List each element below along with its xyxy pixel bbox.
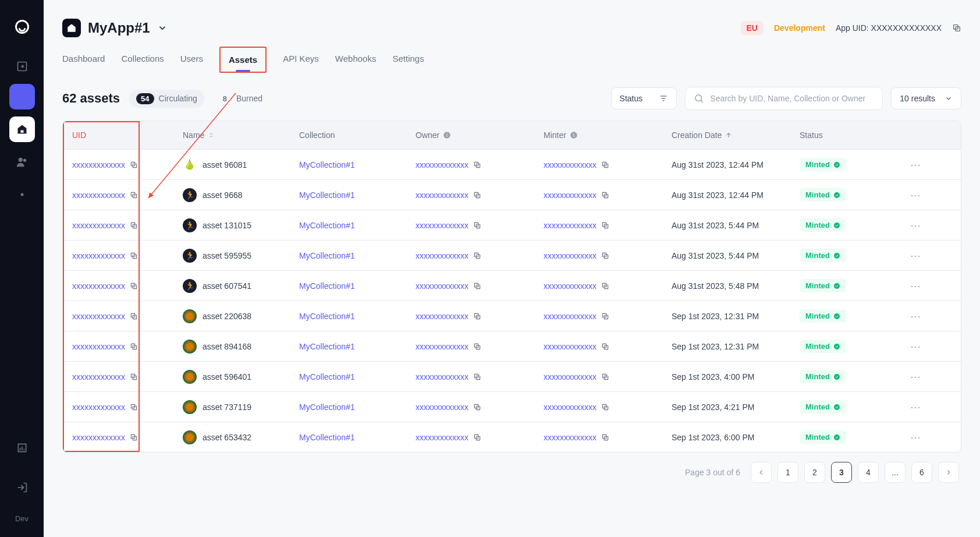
row-actions[interactable]: ⋯ [899,431,933,444]
nav-home-icon[interactable] [9,116,35,142]
chip-burned[interactable]: 8 Burned [211,90,269,108]
name-cell[interactable]: asset 596401 [183,370,299,384]
row-actions[interactable]: ⋯ [899,249,933,262]
tab-users[interactable]: Users [180,47,203,73]
collection-link[interactable]: MyCollection#1 [299,312,416,321]
collection-link[interactable]: MyCollection#1 [299,342,416,351]
page-6[interactable]: 6 [911,462,932,483]
col-creation[interactable]: Creation Date [672,130,800,140]
minter-cell[interactable]: xxxxxxxxxxxxx [544,312,672,321]
uid-cell[interactable]: xxxxxxxxxxxxx [72,221,183,230]
collection-link[interactable]: MyCollection#1 [299,433,416,442]
table-row[interactable]: xxxxxxxxxxxxx🏃asset 607541MyCollection#1… [63,270,961,301]
name-cell[interactable]: 🏃asset 131015 [183,218,299,232]
minter-cell[interactable]: xxxxxxxxxxxxx [544,281,672,291]
col-owner[interactable]: Owner i [416,130,544,140]
col-uid[interactable]: UID [72,130,183,140]
uid-cell[interactable]: xxxxxxxxxxxxx [72,402,183,412]
name-cell[interactable]: 🏃asset 607541 [183,279,299,293]
table-row[interactable]: xxxxxxxxxxxxxasset 737119MyCollection#1x… [63,391,961,422]
nav-logout-icon[interactable] [9,475,35,500]
collection-link[interactable]: MyCollection#1 [299,221,416,230]
results-button[interactable]: 10 results [891,87,961,109]
page-next[interactable] [938,462,959,483]
collection-link[interactable]: MyCollection#1 [299,160,416,169]
page-prev[interactable] [751,462,772,483]
col-collection[interactable]: Collection [299,130,416,140]
table-row[interactable]: xxxxxxxxxxxxxasset 596401MyCollection#1x… [63,361,961,391]
chevron-down-icon[interactable] [157,23,168,33]
minter-cell[interactable]: xxxxxxxxxxxxx [544,190,672,200]
table-row[interactable]: xxxxxxxxxxxxxasset 653432MyCollection#1x… [63,422,961,452]
owner-cell[interactable]: xxxxxxxxxxxxx [416,433,544,442]
collection-link[interactable]: MyCollection#1 [299,190,416,200]
col-status[interactable]: Status [800,130,899,140]
minter-cell[interactable]: xxxxxxxxxxxxx [544,251,672,260]
nav-analytics-icon[interactable] [9,435,35,461]
tab-assets[interactable]: Assets [229,48,257,72]
row-actions[interactable]: ⋯ [899,280,933,292]
table-row[interactable]: xxxxxxxxxxxxxasset 894168MyCollection#1x… [63,331,961,361]
logo-icon[interactable] [9,14,35,40]
table-row[interactable]: xxxxxxxxxxxxx🏃asset 131015MyCollection#1… [63,210,961,240]
owner-cell[interactable]: xxxxxxxxxxxxx [416,251,544,260]
collection-link[interactable]: MyCollection#1 [299,281,416,291]
minter-cell[interactable]: xxxxxxxxxxxxx [544,402,672,412]
row-actions[interactable]: ⋯ [899,219,933,232]
name-cell[interactable]: asset 653432 [183,430,299,444]
minter-cell[interactable]: xxxxxxxxxxxxx [544,342,672,351]
owner-cell[interactable]: xxxxxxxxxxxxx [416,402,544,412]
col-name[interactable]: Name [183,130,299,140]
minter-cell[interactable]: xxxxxxxxxxxxx [544,372,672,381]
name-cell[interactable]: 🏃asset 595955 [183,249,299,263]
table-row[interactable]: xxxxxxxxxxxxx🏃asset 595955MyCollection#1… [63,240,961,270]
tab-collections[interactable]: Collections [121,47,164,73]
tab-apikeys[interactable]: API Keys [283,47,319,73]
minter-cell[interactable]: xxxxxxxxxxxxx [544,221,672,230]
page-...[interactable]: ... [885,462,906,483]
uid-cell[interactable]: xxxxxxxxxxxxx [72,190,183,200]
nav-settings-icon[interactable] [9,182,35,207]
row-actions[interactable]: ⋯ [899,189,933,202]
nav-apps-icon[interactable] [9,84,35,109]
name-cell[interactable]: asset 894168 [183,340,299,354]
page-1[interactable]: 1 [777,462,798,483]
export-icon[interactable] [9,54,35,79]
uid-cell[interactable]: xxxxxxxxxxxxx [72,160,183,169]
page-4[interactable]: 4 [858,462,879,483]
owner-cell[interactable]: xxxxxxxxxxxxx [416,160,544,169]
name-cell[interactable]: 🏃asset 9668 [183,188,299,202]
name-cell[interactable]: asset 220638 [183,309,299,323]
table-row[interactable]: xxxxxxxxxxxxx🏃asset 9668MyCollection#1xx… [63,179,961,210]
uid-cell[interactable]: xxxxxxxxxxxxx [72,342,183,351]
owner-cell[interactable]: xxxxxxxxxxxxx [416,312,544,321]
minter-cell[interactable]: xxxxxxxxxxxxx [544,160,672,169]
row-actions[interactable]: ⋯ [899,158,933,171]
owner-cell[interactable]: xxxxxxxxxxxxx [416,190,544,200]
name-cell[interactable]: asset 737119 [183,400,299,414]
uid-cell[interactable]: xxxxxxxxxxxxx [72,251,183,260]
tab-settings[interactable]: Settings [392,47,424,73]
owner-cell[interactable]: xxxxxxxxxxxxx [416,221,544,230]
search-input[interactable] [710,94,874,103]
collection-link[interactable]: MyCollection#1 [299,402,416,412]
page-3[interactable]: 3 [831,462,852,483]
row-actions[interactable]: ⋯ [899,310,933,323]
col-minter[interactable]: Minter i [544,130,672,140]
status-filter-button[interactable]: Status [611,87,677,109]
collection-link[interactable]: MyCollection#1 [299,251,416,260]
owner-cell[interactable]: xxxxxxxxxxxxx [416,372,544,381]
uid-cell[interactable]: xxxxxxxxxxxxx [72,433,183,442]
uid-cell[interactable]: xxxxxxxxxxxxx [72,312,183,321]
owner-cell[interactable]: xxxxxxxxxxxxx [416,342,544,351]
tab-dashboard[interactable]: Dashboard [62,47,105,73]
uid-cell[interactable]: xxxxxxxxxxxxx [72,281,183,291]
owner-cell[interactable]: xxxxxxxxxxxxx [416,281,544,291]
name-cell[interactable]: 🍐asset 96081 [183,158,299,172]
collection-link[interactable]: MyCollection#1 [299,372,416,381]
nav-users-icon[interactable] [9,149,35,175]
table-row[interactable]: xxxxxxxxxxxxx🍐asset 96081MyCollection#1x… [63,149,961,179]
table-row[interactable]: xxxxxxxxxxxxxasset 220638MyCollection#1x… [63,301,961,331]
row-actions[interactable]: ⋯ [899,401,933,414]
minter-cell[interactable]: xxxxxxxxxxxxx [544,433,672,442]
